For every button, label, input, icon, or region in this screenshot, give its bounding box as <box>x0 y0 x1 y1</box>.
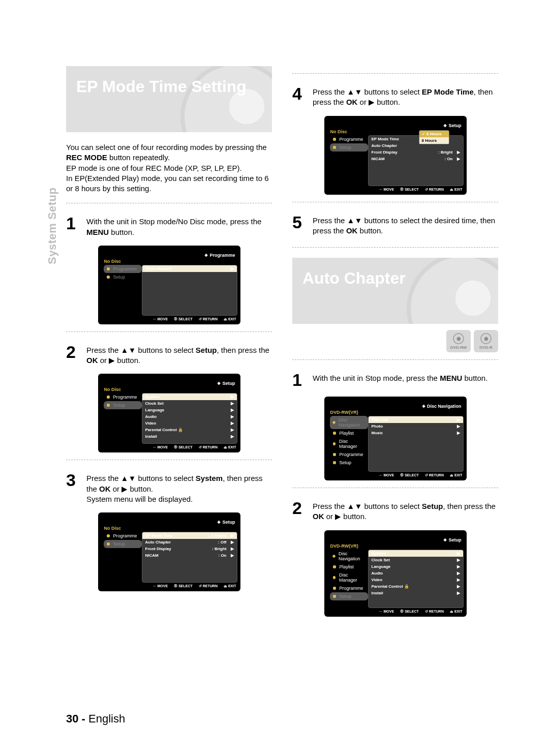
menu-item[interactable]: Auto Chapter: Off▶ <box>142 539 237 546</box>
badge-dvd-rw: ◉DVD-RW <box>446 330 471 352</box>
right-column: 4 Press the ▲▼ buttons to select EP Mode… <box>292 66 498 623</box>
ui-screenshot-5: ❖Disc Navigation DVD-RW(VR) Disc Navigat… <box>324 397 467 480</box>
menu-item-ep-mode-time[interactable]: EP Mode Time: 6 Hours▶ <box>142 532 237 539</box>
menu-item[interactable]: Audio▶ <box>142 413 237 420</box>
divider <box>292 73 498 74</box>
sidebar-item-playlist[interactable]: Playlist <box>330 563 368 571</box>
ui-screenshot-3: ❖Setup No Disc Programme Setup EP Mode T… <box>98 512 240 591</box>
screen-footer: ↔MOVE ⦿SELECT ↺RETURN ⏏EXIT <box>98 583 240 591</box>
sidebar-item-setup[interactable]: Setup <box>330 459 368 467</box>
menu-item[interactable]: Install▶ <box>369 590 463 596</box>
sidebar-item-disc-navigation[interactable]: Disc Navigation <box>330 550 368 563</box>
menu-item[interactable]: Clock Set▶ <box>142 400 237 407</box>
sidebar-item-programme[interactable]: Programme <box>104 393 142 401</box>
menu-item[interactable]: Install▶ <box>142 433 237 440</box>
sidebar-item-programme[interactable]: Programme <box>330 584 368 592</box>
left-column: EP Mode Time Setting You can select one … <box>66 66 272 623</box>
badge-dvd-r: ◉DVD-R <box>474 330 498 352</box>
sidebar-item-disc-manager[interactable]: Disc Manager <box>330 571 368 584</box>
step-3: 3 Press the ▲▼ buttons to select System,… <box>66 467 272 508</box>
menu-item-system[interactable]: System▶ <box>369 550 463 557</box>
menu-item[interactable]: Front Display: Bright▶ <box>369 149 463 156</box>
intro-text: You can select one of four recording mod… <box>66 142 272 194</box>
ui-screenshot-2: ❖Setup No Disc Programme Setup System▶ C… <box>98 374 240 452</box>
heading-auto-chapter: Auto Chapter <box>292 258 498 288</box>
menu-item[interactable]: Parental Control 🔒▶ <box>369 583 463 590</box>
title-auto-chapter: Auto Chapter <box>292 258 498 324</box>
ac-step-1: 1 With the unit in Stop mode, press the … <box>292 367 498 392</box>
sidebar-item-playlist[interactable]: Playlist <box>330 429 368 437</box>
ui-screenshot-1: ❖Programme No Disc Programme Setup Timer… <box>98 246 240 324</box>
heading-ep-mode: EP Mode Time Setting <box>66 66 272 96</box>
divider <box>66 203 272 203</box>
step-2: 2 Press the ▲▼ buttons to select Setup, … <box>66 339 272 370</box>
menu-item[interactable]: Language▶ <box>369 563 463 570</box>
page-footer: 30 - English <box>66 712 125 725</box>
sidebar-item-setup[interactable]: Setup <box>104 540 142 548</box>
sidebar-item-programme[interactable]: Programme <box>104 532 142 540</box>
menu-item[interactable]: Video▶ <box>369 577 463 583</box>
screen-footer: ↔MOVE ⦿SELECT ↺RETURN ⏏EXIT <box>324 186 467 195</box>
sidebar-item-setup[interactable]: Setup <box>104 273 142 281</box>
popup-ep-time-options: ✓ 6 Hours 8 Hours <box>419 130 449 144</box>
divider <box>292 202 498 202</box>
sidebar-item-programme[interactable]: Programme <box>330 135 368 143</box>
menu-item[interactable]: Photo▶ <box>369 423 463 430</box>
screen-footer: ↔MOVE ⦿SELECT ↺RETURN ⏏EXIT <box>98 316 240 324</box>
sidebar-item-setup[interactable]: Setup <box>104 401 142 409</box>
option-8-hours[interactable]: 8 Hours <box>419 137 449 144</box>
menu-item[interactable]: Front Display: Bright▶ <box>142 546 237 552</box>
divider <box>66 460 272 460</box>
screen-footer: ↔MOVE ⦿SELECT ↺RETURN ⏏EXIT <box>98 444 240 452</box>
screen-footer: ↔MOVE ⦿SELECT ↺RETURN ⏏EXIT <box>324 608 467 617</box>
menu-item[interactable]: Audio▶ <box>369 570 463 577</box>
divider <box>66 331 272 332</box>
menu-item-title-list[interactable]: Title List▶ <box>369 416 463 423</box>
ui-screenshot-4: ❖Setup No Disc Programme Setup EP Mode T… <box>324 116 467 195</box>
step-1: 1 With the unit in Stop mode/No Disc mod… <box>66 210 272 241</box>
step-5: 5 Press the ▲▼ buttons to select the des… <box>292 209 498 240</box>
sidebar-item-disc-navigation[interactable]: Disc Navigation <box>330 416 368 429</box>
divider <box>292 488 498 488</box>
menu-item[interactable]: NICAM: On▶ <box>142 552 237 559</box>
sidebar-item-setup[interactable]: Setup <box>330 143 368 152</box>
menu-item[interactable]: Music▶ <box>369 430 463 436</box>
menu-item[interactable]: NICAM: On▶ <box>369 156 463 162</box>
menu-item[interactable]: Parental Control 🔒▶ <box>142 427 237 433</box>
disc-type-badges: ◉DVD-RW ◉DVD-R <box>292 330 498 352</box>
menu-item[interactable]: Language▶ <box>142 407 237 413</box>
menu-item[interactable]: Clock Set▶ <box>369 557 463 563</box>
divider <box>292 359 498 360</box>
menu-item[interactable]: Video▶ <box>142 420 237 427</box>
option-6-hours[interactable]: ✓ 6 Hours <box>419 131 449 137</box>
divider <box>292 247 498 248</box>
step-4: 4 Press the ▲▼ buttons to select EP Mode… <box>292 81 498 112</box>
sidebar-item-programme[interactable]: Programme <box>330 450 368 459</box>
sidebar-item-setup[interactable]: Setup <box>330 592 368 600</box>
ui-screenshot-6: ❖Setup DVD-RW(VR) Disc Navigation Playli… <box>324 530 467 617</box>
menu-item-timer-record[interactable]: Timer Record▶ <box>142 265 237 272</box>
sidebar-item-programme[interactable]: Programme <box>104 265 142 273</box>
menu-item-system[interactable]: System▶ <box>142 394 237 400</box>
ac-step-2: 2 Press the ▲▼ buttons to select Setup, … <box>292 495 498 526</box>
sidebar-item-disc-manager[interactable]: Disc Manager <box>330 437 368 450</box>
screen-footer: ↔MOVE ⦿SELECT ↺RETURN ⏏EXIT <box>324 472 467 480</box>
title-ep-mode: EP Mode Time Setting <box>66 66 272 132</box>
